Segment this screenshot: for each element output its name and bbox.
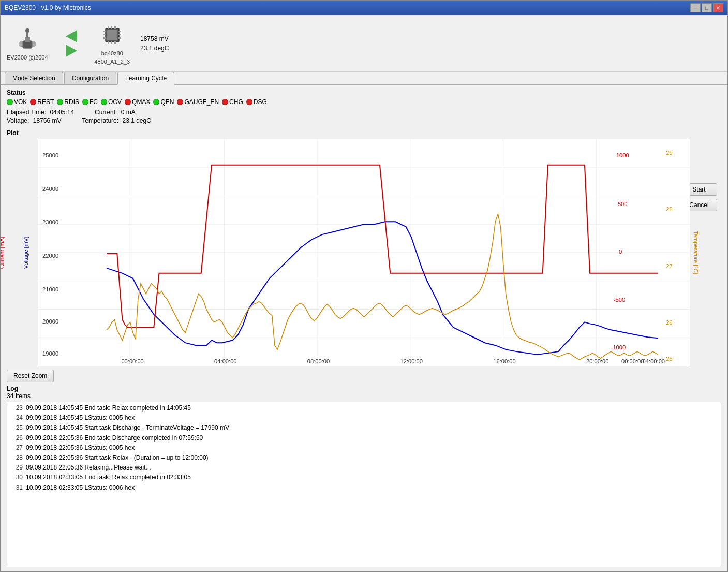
status-info: Elapsed Time: 04:05:14 Current: 0 mA xyxy=(7,109,721,116)
svg-text:24000: 24000 xyxy=(42,186,58,192)
tabs-bar: Mode Selection Configuration Learning Cy… xyxy=(1,72,727,85)
svg-text:21000: 21000 xyxy=(42,286,58,292)
elapsed-time-display: Elapsed Time: 04:05:14 xyxy=(7,109,74,116)
svg-text:12:00:00: 12:00:00 xyxy=(400,358,423,364)
svg-text:29: 29 xyxy=(666,150,672,156)
current-display: Current: 0 mA xyxy=(95,109,136,116)
label-vok: VOK xyxy=(14,98,27,106)
status-indicators: VOK REST RDIS FC OCV xyxy=(7,98,721,106)
dot-gauge-en xyxy=(177,99,183,105)
content-area: Status VOK REST RDIS FC xyxy=(1,85,727,571)
svg-rect-4 xyxy=(20,42,23,46)
indicator-qmax: QMAX xyxy=(125,98,150,106)
minimize-button[interactable]: ─ xyxy=(690,3,701,12)
indicator-fc: FC xyxy=(82,98,98,106)
label-fc: FC xyxy=(90,98,98,106)
reset-zoom-button[interactable]: Reset Zoom xyxy=(7,370,54,382)
tab-mode-selection[interactable]: Mode Selection xyxy=(5,72,63,84)
svg-text:1000: 1000 xyxy=(616,152,629,158)
voltage-value: 18756 mV xyxy=(33,117,62,124)
dot-rest xyxy=(30,99,36,105)
svg-rect-10 xyxy=(114,26,116,29)
dot-chg xyxy=(222,99,228,105)
svg-text:04:00:00: 04:00:00 xyxy=(214,358,236,364)
svg-rect-16 xyxy=(103,37,106,39)
device2-label: bq40z80 xyxy=(101,50,123,56)
dot-dsg xyxy=(246,99,252,105)
temperature-display: Temperature: 23.1 degC xyxy=(82,117,151,124)
svg-rect-0 xyxy=(23,41,32,48)
svg-rect-9 xyxy=(111,26,112,29)
svg-rect-7 xyxy=(107,30,117,40)
temperature-value: 23.1 degC xyxy=(122,117,151,124)
main-window: BQEV2300 - v1.0 by Mictronics ─ □ ✕ EV23… xyxy=(0,0,728,572)
tab-configuration[interactable]: Configuration xyxy=(64,72,116,84)
device1-label: EV2300 (c)2004 xyxy=(7,54,48,61)
tab-learning-cycle[interactable]: Learning Cycle xyxy=(117,72,174,85)
elapsed-label: Elapsed Time: xyxy=(7,109,46,116)
indicator-gauge-en: GAUGE_EN xyxy=(177,98,219,106)
device1: EV2300 (c)2004 xyxy=(7,26,48,61)
label-gauge-en: GAUGE_EN xyxy=(184,98,219,106)
indicator-qen: QEN xyxy=(153,98,174,106)
status-title: Status xyxy=(7,89,721,96)
plot-canvas[interactable]: 25000 24000 23000 22000 21000 20000 1900… xyxy=(38,139,690,366)
svg-text:19000: 19000 xyxy=(42,350,58,357)
svg-rect-15 xyxy=(103,34,106,35)
current-label: Current: xyxy=(95,109,117,116)
svg-text:25000: 25000 xyxy=(42,152,58,158)
temperature-label: Temperature: xyxy=(82,117,118,124)
close-button[interactable]: ✕ xyxy=(713,3,723,12)
toolbar-voltage: 18758 mV xyxy=(140,35,169,42)
label-ocv: OCV xyxy=(108,98,122,106)
svg-text:23000: 23000 xyxy=(42,219,58,225)
device2: bq40z80 4800_A1_2_3 xyxy=(95,22,130,65)
svg-text:00:00:00: 00:00:00 xyxy=(121,358,143,364)
svg-text:-500: -500 xyxy=(614,297,625,303)
label-rdis: RDIS xyxy=(64,98,79,106)
svg-text:22000: 22000 xyxy=(42,253,58,259)
list-item: 29 09.09.2018 22:05:36 Relaxing...Please… xyxy=(10,463,718,473)
list-item: 23 09.09.2018 14:05:45 End task: Relax c… xyxy=(10,403,718,413)
voltage-label: Voltage: xyxy=(7,117,29,124)
chip-icon xyxy=(99,22,125,48)
list-item: 31 10.09.2018 02:33:05 LStatus: 0006 hex xyxy=(10,483,718,493)
svg-text:00:00:00: 00:00:00 xyxy=(621,358,644,364)
y-axis-current-label: Current [mA] xyxy=(1,237,5,269)
svg-rect-5 xyxy=(32,42,35,46)
plot-wrapper: Voltage [mV] Current [mA] Temperature [°… xyxy=(38,139,690,366)
usb-icon xyxy=(14,26,40,52)
svg-text:25: 25 xyxy=(666,356,672,362)
log-title: Log xyxy=(7,385,721,392)
maximize-button[interactable]: □ xyxy=(702,3,712,12)
svg-text:04:00:00: 04:00:00 xyxy=(643,358,665,364)
y-axis-voltage-label: Voltage [mV] xyxy=(23,237,29,269)
svg-text:500: 500 xyxy=(618,201,628,208)
reset-zoom-row: Reset Zoom xyxy=(7,370,721,382)
toolbar-temperature: 23.1 degC xyxy=(140,45,169,52)
log-section: Log 34 Items 23 09.09.2018 14:05:45 End … xyxy=(7,385,721,567)
arrow-right-icon xyxy=(66,45,77,57)
dot-rdis xyxy=(57,99,63,105)
voltage-display: Voltage: 18756 mV xyxy=(7,117,61,124)
dot-ocv xyxy=(101,99,107,105)
list-item: 25 09.09.2018 14:05:45 Start task Discha… xyxy=(10,423,718,433)
elapsed-value: 04:05:14 xyxy=(50,109,74,116)
log-box[interactable]: 23 09.09.2018 14:05:45 End task: Relax c… xyxy=(7,402,721,567)
svg-text:26: 26 xyxy=(666,319,672,326)
start-label: Start xyxy=(692,186,705,193)
indicator-ocv: OCV xyxy=(101,98,122,106)
device3-label: 4800_A1_2_3 xyxy=(95,58,130,65)
svg-rect-8 xyxy=(108,26,109,29)
connection-arrows xyxy=(58,31,84,56)
svg-rect-12 xyxy=(111,41,112,44)
current-value: 0 mA xyxy=(121,109,136,116)
plot-svg: 25000 24000 23000 22000 21000 20000 1900… xyxy=(38,139,690,366)
plot-section: Plot Voltage [mV] Current [mA] Temperatu… xyxy=(7,129,721,366)
list-item: 27 09.09.2018 22:05:36 LStatus: 0005 hex xyxy=(10,443,718,453)
window-title: BQEV2300 - v1.0 by Mictronics xyxy=(5,4,690,11)
svg-text:08:00:00: 08:00:00 xyxy=(307,358,330,364)
arrow-left-icon xyxy=(66,30,77,42)
label-qen: QEN xyxy=(160,98,174,106)
dot-qmax xyxy=(125,99,131,105)
